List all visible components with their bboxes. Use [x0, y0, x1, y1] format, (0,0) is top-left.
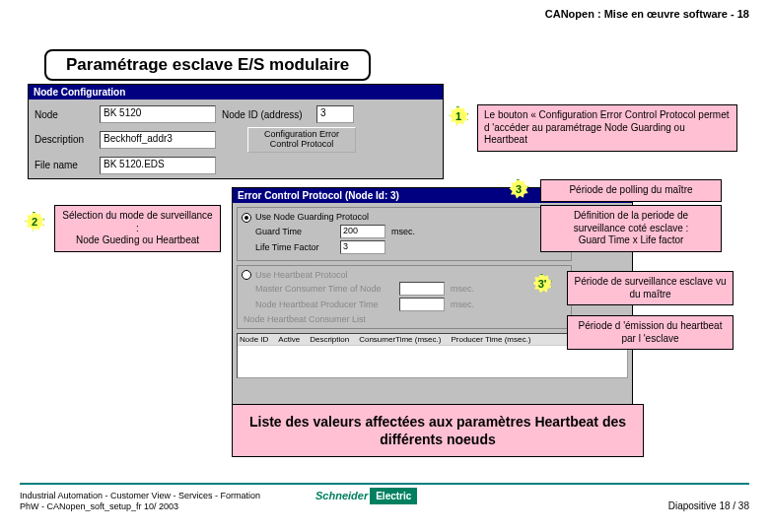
slide-title: Paramétrage esclave E/S modulaire: [44, 49, 371, 81]
node-field[interactable]: BK 5120: [100, 105, 216, 123]
life-factor-label: Life Time Factor: [255, 242, 334, 252]
radio-guarding[interactable]: [242, 213, 251, 223]
callout-big: Liste des valeurs affectées aux paramètr…: [232, 404, 644, 457]
col-desc: Description: [310, 335, 349, 344]
nodeid-field[interactable]: 3: [316, 105, 354, 123]
nodeid-label: Node ID (address): [222, 109, 311, 120]
callout-3b: Période de surveillance esclave vu du ma…: [567, 271, 734, 305]
callout-1: Le bouton « Configuration Error Control …: [477, 104, 737, 152]
page-header: CANopen : Mise en œuvre software - 18: [545, 8, 749, 20]
guard-time-field[interactable]: 200: [340, 225, 385, 238]
logo-text1: Schneider: [315, 490, 368, 501]
life-factor-field[interactable]: 3: [340, 240, 385, 254]
badge-2: 2: [25, 212, 44, 232]
dialog-title: Node Configuration: [29, 85, 443, 100]
consumer-list-label: Node Heartbeat Consumer List: [244, 314, 567, 324]
footer-left: Industrial Automation - Customer View - …: [20, 491, 260, 512]
radio-heartbeat[interactable]: [242, 270, 251, 280]
mc-unit: msec.: [451, 284, 474, 294]
badge-1: 1: [449, 106, 468, 126]
callout-4: Période d 'émission du heartbeat par l '…: [567, 315, 734, 350]
callout-2: Sélection du mode de surveillance : Node…: [54, 205, 221, 252]
col-nodeid: Node ID: [240, 335, 268, 344]
node-config-dialog: Node Configuration Node BK 5120 Node ID …: [28, 84, 444, 179]
schneider-logo: SchneiderElectric: [315, 488, 417, 504]
node-producer-field[interactable]: [399, 298, 445, 311]
callout-3-def: Définition de la periode de surveillance…: [540, 205, 722, 252]
file-label: File name: [35, 160, 94, 170]
col-active: Active: [278, 335, 300, 344]
footer-line1: Industrial Automation - Customer View - …: [20, 491, 260, 501]
node-producer-label: Node Heartbeat Producer Time: [255, 299, 393, 309]
guard-time-label: Guard Time: [255, 227, 334, 236]
footer-line2: PhW - CANopen_soft_setup_fr 10/ 2003: [20, 501, 260, 512]
desc-label: Description: [35, 134, 94, 145]
node-label: Node: [35, 109, 94, 120]
footer-divider: [20, 483, 749, 485]
opt-heartbeat-label: Use Heartbeat Protocol: [255, 270, 348, 280]
slide-number: Diapositive 18 / 38: [668, 500, 749, 511]
file-field[interactable]: BK 5120.EDS: [100, 157, 216, 174]
col-consumer: ConsumerTime (msec.): [359, 335, 441, 344]
desc-field[interactable]: Beckhoff_addr3: [100, 131, 216, 149]
col-producer: Producer Time (msec.): [451, 335, 530, 344]
master-consumer-label: Master Consumer Time of Node: [255, 284, 393, 294]
master-consumer-field[interactable]: [399, 282, 445, 296]
np-unit: msec.: [451, 299, 474, 309]
logo-text2: Electric: [370, 488, 417, 504]
config-error-button[interactable]: Configuration Error Control Protocol: [247, 127, 356, 153]
opt-guarding-label: Use Node Guarding Protocol: [255, 212, 369, 222]
callout-3-top: Période de polling du maître: [540, 179, 722, 202]
guard-unit: msec.: [391, 227, 415, 236]
